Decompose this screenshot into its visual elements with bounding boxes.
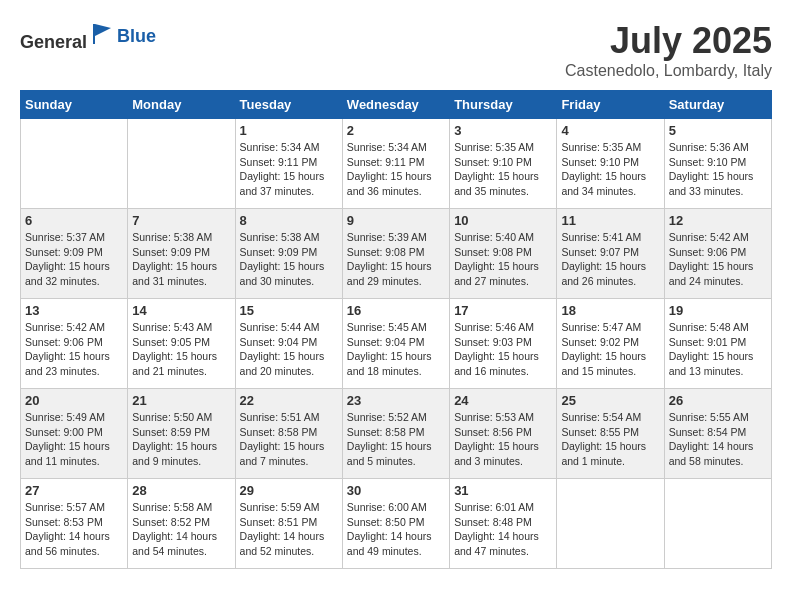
- day-info: Sunrise: 5:37 AM Sunset: 9:09 PM Dayligh…: [25, 230, 123, 289]
- day-header-monday: Monday: [128, 91, 235, 119]
- day-info: Sunrise: 5:39 AM Sunset: 9:08 PM Dayligh…: [347, 230, 445, 289]
- calendar-cell: 17Sunrise: 5:46 AM Sunset: 9:03 PM Dayli…: [450, 299, 557, 389]
- calendar-cell: 28Sunrise: 5:58 AM Sunset: 8:52 PM Dayli…: [128, 479, 235, 569]
- calendar-cell: 27Sunrise: 5:57 AM Sunset: 8:53 PM Dayli…: [21, 479, 128, 569]
- calendar-cell: 5Sunrise: 5:36 AM Sunset: 9:10 PM Daylig…: [664, 119, 771, 209]
- day-info: Sunrise: 5:38 AM Sunset: 9:09 PM Dayligh…: [132, 230, 230, 289]
- day-info: Sunrise: 5:55 AM Sunset: 8:54 PM Dayligh…: [669, 410, 767, 469]
- calendar-cell: 18Sunrise: 5:47 AM Sunset: 9:02 PM Dayli…: [557, 299, 664, 389]
- day-info: Sunrise: 5:58 AM Sunset: 8:52 PM Dayligh…: [132, 500, 230, 559]
- day-number: 7: [132, 213, 230, 228]
- calendar-week-row: 13Sunrise: 5:42 AM Sunset: 9:06 PM Dayli…: [21, 299, 772, 389]
- day-info: Sunrise: 5:40 AM Sunset: 9:08 PM Dayligh…: [454, 230, 552, 289]
- day-number: 10: [454, 213, 552, 228]
- day-info: Sunrise: 5:42 AM Sunset: 9:06 PM Dayligh…: [669, 230, 767, 289]
- day-number: 30: [347, 483, 445, 498]
- calendar-cell: 7Sunrise: 5:38 AM Sunset: 9:09 PM Daylig…: [128, 209, 235, 299]
- calendar-cell: 29Sunrise: 5:59 AM Sunset: 8:51 PM Dayli…: [235, 479, 342, 569]
- day-number: 21: [132, 393, 230, 408]
- calendar-cell: 4Sunrise: 5:35 AM Sunset: 9:10 PM Daylig…: [557, 119, 664, 209]
- day-number: 9: [347, 213, 445, 228]
- calendar-cell: 25Sunrise: 5:54 AM Sunset: 8:55 PM Dayli…: [557, 389, 664, 479]
- day-number: 2: [347, 123, 445, 138]
- calendar-cell: 3Sunrise: 5:35 AM Sunset: 9:10 PM Daylig…: [450, 119, 557, 209]
- calendar-cell: 16Sunrise: 5:45 AM Sunset: 9:04 PM Dayli…: [342, 299, 449, 389]
- day-info: Sunrise: 5:51 AM Sunset: 8:58 PM Dayligh…: [240, 410, 338, 469]
- calendar-cell: 14Sunrise: 5:43 AM Sunset: 9:05 PM Dayli…: [128, 299, 235, 389]
- day-number: 24: [454, 393, 552, 408]
- calendar-cell: 19Sunrise: 5:48 AM Sunset: 9:01 PM Dayli…: [664, 299, 771, 389]
- calendar-cell: [21, 119, 128, 209]
- day-info: Sunrise: 5:42 AM Sunset: 9:06 PM Dayligh…: [25, 320, 123, 379]
- calendar-cell: 6Sunrise: 5:37 AM Sunset: 9:09 PM Daylig…: [21, 209, 128, 299]
- day-info: Sunrise: 5:45 AM Sunset: 9:04 PM Dayligh…: [347, 320, 445, 379]
- day-info: Sunrise: 5:43 AM Sunset: 9:05 PM Dayligh…: [132, 320, 230, 379]
- calendar-cell: [128, 119, 235, 209]
- day-info: Sunrise: 6:00 AM Sunset: 8:50 PM Dayligh…: [347, 500, 445, 559]
- calendar-cell: 8Sunrise: 5:38 AM Sunset: 9:09 PM Daylig…: [235, 209, 342, 299]
- day-number: 29: [240, 483, 338, 498]
- calendar-cell: 22Sunrise: 5:51 AM Sunset: 8:58 PM Dayli…: [235, 389, 342, 479]
- day-info: Sunrise: 5:54 AM Sunset: 8:55 PM Dayligh…: [561, 410, 659, 469]
- logo: General Blue: [20, 20, 156, 53]
- svg-marker-0: [93, 24, 111, 44]
- day-header-saturday: Saturday: [664, 91, 771, 119]
- day-info: Sunrise: 5:49 AM Sunset: 9:00 PM Dayligh…: [25, 410, 123, 469]
- day-info: Sunrise: 5:57 AM Sunset: 8:53 PM Dayligh…: [25, 500, 123, 559]
- day-number: 1: [240, 123, 338, 138]
- day-number: 13: [25, 303, 123, 318]
- day-number: 5: [669, 123, 767, 138]
- calendar-cell: 30Sunrise: 6:00 AM Sunset: 8:50 PM Dayli…: [342, 479, 449, 569]
- calendar-cell: [664, 479, 771, 569]
- day-number: 18: [561, 303, 659, 318]
- day-header-sunday: Sunday: [21, 91, 128, 119]
- calendar-cell: 1Sunrise: 5:34 AM Sunset: 9:11 PM Daylig…: [235, 119, 342, 209]
- month-year-title: July 2025: [565, 20, 772, 62]
- day-number: 14: [132, 303, 230, 318]
- calendar-week-row: 27Sunrise: 5:57 AM Sunset: 8:53 PM Dayli…: [21, 479, 772, 569]
- day-info: Sunrise: 5:36 AM Sunset: 9:10 PM Dayligh…: [669, 140, 767, 199]
- day-info: Sunrise: 5:35 AM Sunset: 9:10 PM Dayligh…: [454, 140, 552, 199]
- day-number: 27: [25, 483, 123, 498]
- day-number: 4: [561, 123, 659, 138]
- day-number: 8: [240, 213, 338, 228]
- day-info: Sunrise: 5:48 AM Sunset: 9:01 PM Dayligh…: [669, 320, 767, 379]
- day-number: 6: [25, 213, 123, 228]
- day-number: 22: [240, 393, 338, 408]
- day-info: Sunrise: 5:41 AM Sunset: 9:07 PM Dayligh…: [561, 230, 659, 289]
- calendar-cell: 10Sunrise: 5:40 AM Sunset: 9:08 PM Dayli…: [450, 209, 557, 299]
- day-info: Sunrise: 5:50 AM Sunset: 8:59 PM Dayligh…: [132, 410, 230, 469]
- day-info: Sunrise: 5:44 AM Sunset: 9:04 PM Dayligh…: [240, 320, 338, 379]
- calendar-cell: 12Sunrise: 5:42 AM Sunset: 9:06 PM Dayli…: [664, 209, 771, 299]
- calendar-cell: 2Sunrise: 5:34 AM Sunset: 9:11 PM Daylig…: [342, 119, 449, 209]
- calendar-cell: 26Sunrise: 5:55 AM Sunset: 8:54 PM Dayli…: [664, 389, 771, 479]
- calendar-week-row: 6Sunrise: 5:37 AM Sunset: 9:09 PM Daylig…: [21, 209, 772, 299]
- calendar-cell: 23Sunrise: 5:52 AM Sunset: 8:58 PM Dayli…: [342, 389, 449, 479]
- day-info: Sunrise: 5:34 AM Sunset: 9:11 PM Dayligh…: [347, 140, 445, 199]
- calendar-header-row: SundayMondayTuesdayWednesdayThursdayFrid…: [21, 91, 772, 119]
- day-info: Sunrise: 5:53 AM Sunset: 8:56 PM Dayligh…: [454, 410, 552, 469]
- day-info: Sunrise: 5:59 AM Sunset: 8:51 PM Dayligh…: [240, 500, 338, 559]
- calendar-cell: [557, 479, 664, 569]
- day-info: Sunrise: 5:38 AM Sunset: 9:09 PM Dayligh…: [240, 230, 338, 289]
- day-number: 3: [454, 123, 552, 138]
- day-header-tuesday: Tuesday: [235, 91, 342, 119]
- day-number: 23: [347, 393, 445, 408]
- calendar-cell: 13Sunrise: 5:42 AM Sunset: 9:06 PM Dayli…: [21, 299, 128, 389]
- logo-text-general: General: [20, 32, 87, 52]
- logo-flag-icon: [89, 20, 117, 48]
- day-number: 31: [454, 483, 552, 498]
- day-number: 19: [669, 303, 767, 318]
- day-header-friday: Friday: [557, 91, 664, 119]
- day-header-thursday: Thursday: [450, 91, 557, 119]
- day-info: Sunrise: 5:47 AM Sunset: 9:02 PM Dayligh…: [561, 320, 659, 379]
- calendar-cell: 15Sunrise: 5:44 AM Sunset: 9:04 PM Dayli…: [235, 299, 342, 389]
- calendar-cell: 31Sunrise: 6:01 AM Sunset: 8:48 PM Dayli…: [450, 479, 557, 569]
- day-number: 12: [669, 213, 767, 228]
- day-number: 20: [25, 393, 123, 408]
- day-number: 17: [454, 303, 552, 318]
- calendar-week-row: 1Sunrise: 5:34 AM Sunset: 9:11 PM Daylig…: [21, 119, 772, 209]
- day-info: Sunrise: 5:34 AM Sunset: 9:11 PM Dayligh…: [240, 140, 338, 199]
- calendar-cell: 20Sunrise: 5:49 AM Sunset: 9:00 PM Dayli…: [21, 389, 128, 479]
- calendar-cell: 9Sunrise: 5:39 AM Sunset: 9:08 PM Daylig…: [342, 209, 449, 299]
